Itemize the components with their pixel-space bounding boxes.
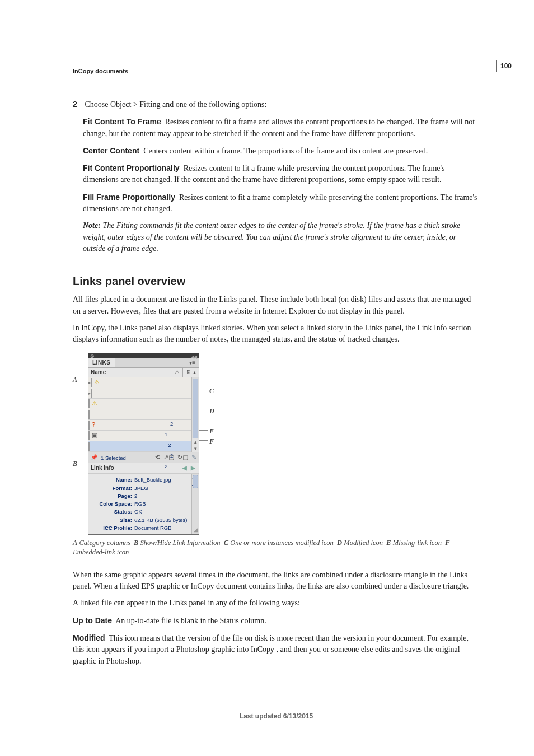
callout-B: B <box>73 459 77 469</box>
note: Note: The Fitting commands fit the conte… <box>83 220 480 254</box>
figure-links-panel: A B C D E F ⊗ ◀◀ LINKS ▾≡ Name ⚠ 🗎 ▴ <box>73 353 218 535</box>
def-up-to-date: Up to Date An up-to-date file is blank i… <box>73 615 480 627</box>
info-key: Format: <box>93 484 134 492</box>
note-label: Note: <box>83 221 101 230</box>
info-key: ICC Profile: <box>93 524 134 532</box>
runin-body: An up-to-date file is blank in the Statu… <box>115 617 266 625</box>
runin-label: Fill Frame Proportionally <box>83 193 175 202</box>
resize-grip-icon[interactable]: ◢ <box>194 526 198 534</box>
footer-last-updated: Last updated 6/13/2015 <box>73 712 480 721</box>
def-fill-proportionally: Fill Frame Proportionally Resizes conten… <box>83 192 480 215</box>
links-list: ▴ ▾ ▸ Minette Fox.jpg (2) ⚠ ▸ Minette_S.… <box>88 377 199 452</box>
info-row: Page:2 <box>93 492 199 500</box>
info-key: Status: <box>93 508 134 516</box>
paragraph: A linked file can appear in the Links pa… <box>73 598 480 609</box>
step-text: Choose Object > Fitting and one of the f… <box>85 100 267 109</box>
info-key: Page: <box>93 492 134 500</box>
info-row: Name:Belt_Buckle.jpg <box>93 476 199 484</box>
info-key: Name: <box>93 476 134 484</box>
info-key: Size: <box>93 516 134 524</box>
runin-label: Fit Content Proportionally <box>83 164 180 172</box>
info-value: RGB <box>134 500 146 508</box>
callout-tick <box>79 379 87 379</box>
info-value: 2 <box>134 492 137 500</box>
info-row: ICC Profile:Document RGB <box>93 524 199 532</box>
links-panel: ⊗ ◀◀ LINKS ▾≡ Name ⚠ 🗎 ▴ ▴ ▾ ▸ <box>88 353 199 535</box>
scrollbar-thumb[interactable] <box>193 475 198 488</box>
info-value: Belt_Buckle.jpg <box>134 476 171 484</box>
runin-label: Modified <box>73 633 105 642</box>
info-row: Size:62.1 KB (63585 bytes) <box>93 516 199 524</box>
info-row: Color Space:RGB <box>93 500 199 508</box>
runin-label: Fit Content To Frame <box>83 117 161 126</box>
running-head: InCopy documents <box>73 67 480 76</box>
def-center-content: Center Content Centers content within a … <box>83 145 480 157</box>
runin-body: This icon means that the version of the … <box>73 634 469 665</box>
step-2: 2 Choose Object > Fitting and one of the… <box>73 99 480 110</box>
thumbnail <box>88 442 90 451</box>
runin-label: Up to Date <box>73 616 112 625</box>
def-modified: Modified This icon means that the versio… <box>73 632 480 667</box>
info-value: JPEG <box>134 484 148 492</box>
info-value: 62.1 KB (63585 bytes) <box>134 516 188 524</box>
note-body: The Fitting commands fit the content out… <box>83 221 460 253</box>
page-number: 100 <box>496 60 512 72</box>
info-row: Format:JPEG <box>93 484 199 492</box>
link-info-body: ▴ ▾ Name:Belt_Buckle.jpg Format:JPEG Pag… <box>88 473 199 534</box>
step-number: 2 <box>73 99 83 110</box>
callout-tick <box>79 463 87 463</box>
paragraph: When the same graphic appears several ti… <box>73 570 480 592</box>
thumbnail <box>88 421 90 430</box>
info-key: Color Space: <box>93 500 134 508</box>
callout-A: A <box>73 375 77 385</box>
thumbnail <box>88 431 90 440</box>
thumbnail <box>88 410 90 419</box>
info-row: Status:OK <box>93 508 199 516</box>
paragraph: All files placed in a document are liste… <box>73 294 480 317</box>
info-value: OK <box>134 508 142 516</box>
def-fit-content-to-frame: Fit Content To Frame Resizes content to … <box>83 116 480 139</box>
def-fit-proportionally: Fit Content Proportionally Resizes conte… <box>83 162 480 186</box>
heading-links-panel-overview: Links panel overview <box>73 273 480 290</box>
link-row-selected[interactable]: Belt_Buckle.jpg 2 <box>88 441 199 452</box>
figure-caption: A Category columns B Show/Hide Link Info… <box>73 538 480 557</box>
thumbnail <box>88 399 90 408</box>
info-value: Document RGB <box>134 524 172 532</box>
runin-body: Centers content within a frame. The prop… <box>143 147 428 155</box>
runin-label: Center Content <box>83 146 139 155</box>
